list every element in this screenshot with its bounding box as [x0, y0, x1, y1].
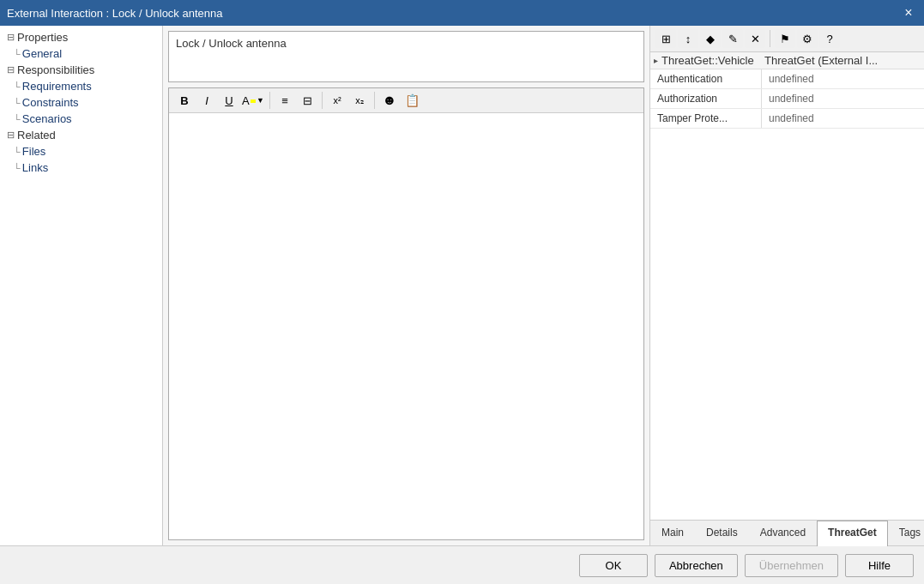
dropdown-arrow-icon: ▼ [257, 96, 264, 105]
paste-special-button[interactable]: 📋 [402, 91, 422, 110]
tab-main[interactable]: Main [650, 521, 695, 546]
prop-name: Authorization [650, 89, 762, 108]
font-color-icon: A [242, 94, 250, 107]
tree-connector-icon: └ [14, 98, 21, 108]
insert-special-button[interactable]: ☻ [379, 91, 400, 110]
group-arrow-icon: ▸ [654, 56, 658, 65]
sidebar-item-label: General [22, 47, 62, 60]
center-content: Lock / Unlock antenna B I U A ▼ ≡ ⊟ x² x… [163, 26, 649, 545]
prop-row-authorization[interactable]: Authorization undefined [650, 89, 924, 109]
group-col2: ThreatGet (External I... [764, 54, 878, 67]
sidebar-item-constraints[interactable]: └ Constraints [0, 94, 162, 111]
sidebar-item-related[interactable]: ⊟ Related [0, 127, 162, 143]
sidebar-item-files[interactable]: └ Files [0, 143, 162, 160]
apply-button[interactable]: Übernehmen [745, 554, 838, 577]
bottom-bar: OK Abbrechen Übernehmen Hilfe [0, 545, 924, 584]
prop-row-tamper[interactable]: Tamper Prote... undefined [650, 109, 924, 129]
expander-icon: ⊟ [3, 64, 17, 75]
right-panel: ⊞ ↕ ◆ ✎ ✕ ⚑ ⚙ ? ▸ ThreatGet::Vehicle Thr… [649, 26, 924, 545]
tree-connector-icon: └ [14, 49, 21, 59]
filter-button[interactable]: ◆ [700, 29, 721, 48]
sidebar-item-responsibilities[interactable]: ⊟ Responsibilities [0, 62, 162, 78]
tree-connector-icon: └ [14, 147, 21, 157]
prop-value: undefined [762, 89, 924, 108]
tab-threatget[interactable]: ThreatGet [817, 521, 888, 546]
sort-button[interactable]: ↕ [678, 29, 698, 48]
tab-details[interactable]: Details [695, 521, 749, 546]
sidebar-item-label: Requirements [22, 80, 92, 93]
expander-icon: ⊟ [3, 129, 17, 141]
sidebar-item-label: Responsibilities [17, 63, 94, 76]
tree-connector-icon: └ [14, 163, 21, 173]
color-swatch [251, 99, 256, 103]
toolbar-separator [269, 92, 270, 109]
prop-value: undefined [762, 69, 924, 88]
unordered-list-button[interactable]: ≡ [275, 91, 295, 110]
sidebar-item-properties[interactable]: ⊟ Properties [0, 29, 162, 45]
tab-tags[interactable]: Tags [888, 521, 924, 546]
group-col1: ThreatGet::Vehicle [661, 54, 764, 67]
sidebar-item-label: Properties [17, 31, 68, 44]
prop-name: Authentication [650, 69, 762, 88]
italic-button[interactable]: I [196, 91, 217, 110]
prop-value: undefined [762, 109, 924, 128]
add-button[interactable]: ⊞ [655, 29, 676, 48]
delete-button[interactable]: ✕ [745, 29, 765, 48]
prop-group-header: ▸ ThreatGet::Vehicle ThreatGet (External… [650, 52, 924, 69]
ordered-list-button[interactable]: ⊟ [297, 91, 317, 110]
sidebar-item-requirements[interactable]: └ Requirements [0, 78, 162, 94]
right-tabs: Main Details Advanced ThreatGet Tags [650, 520, 924, 545]
editor-container: B I U A ▼ ≡ ⊟ x² x₂ ☻ 📋 [168, 87, 644, 540]
sidebar-item-label: Related [17, 129, 56, 141]
bold-button[interactable]: B [174, 91, 195, 110]
title-bar-text: External Interaction : Lock / Unlock ant… [7, 7, 222, 20]
underline-button[interactable]: U [219, 91, 239, 110]
title-field[interactable]: Lock / Unlock antenna [168, 31, 644, 82]
help-button[interactable]: ? [819, 29, 840, 48]
right-toolbar: ⊞ ↕ ◆ ✎ ✕ ⚑ ⚙ ? [650, 26, 924, 52]
close-button[interactable]: × [900, 4, 917, 21]
help-button[interactable]: Hilfe [845, 554, 914, 577]
settings-button[interactable]: ⚙ [797, 29, 818, 48]
properties-table: ▸ ThreatGet::Vehicle ThreatGet (External… [650, 52, 924, 520]
ok-button[interactable]: OK [579, 554, 648, 577]
superscript-button[interactable]: x² [327, 91, 347, 110]
prop-name: Tamper Prote... [650, 109, 762, 128]
toolbar-separator [770, 30, 770, 47]
cancel-button[interactable]: Abbrechen [655, 554, 738, 577]
prop-row-authentication[interactable]: Authentication undefined [650, 69, 924, 89]
sidebar: ⊟ Properties └ General ⊟ Responsibilitie… [0, 26, 163, 545]
title-value: Lock / Unlock antenna [176, 37, 287, 50]
editor-body[interactable] [169, 113, 643, 539]
sidebar-item-links[interactable]: └ Links [0, 160, 162, 176]
sidebar-item-general[interactable]: └ General [0, 45, 162, 62]
sidebar-item-label: Scenarios [22, 112, 72, 125]
expander-icon: ⊟ [3, 32, 17, 43]
title-bar: External Interaction : Lock / Unlock ant… [0, 0, 924, 26]
edit-button[interactable]: ✎ [722, 29, 743, 48]
subscript-button[interactable]: x₂ [349, 91, 370, 110]
flag-button[interactable]: ⚑ [775, 29, 795, 48]
toolbar-separator-2 [322, 92, 323, 109]
tree-connector-icon: └ [14, 114, 21, 124]
tree-connector-icon: └ [14, 81, 21, 92]
sidebar-item-label: Constraints [22, 96, 79, 109]
tab-advanced[interactable]: Advanced [749, 521, 817, 546]
color-picker-button[interactable]: A ▼ [241, 91, 265, 110]
sidebar-item-scenarios[interactable]: └ Scenarios [0, 111, 162, 127]
sidebar-item-label: Links [22, 161, 48, 174]
sidebar-item-label: Files [22, 145, 45, 158]
editor-toolbar: B I U A ▼ ≡ ⊟ x² x₂ ☻ 📋 [169, 88, 643, 113]
toolbar-separator-3 [374, 92, 375, 109]
